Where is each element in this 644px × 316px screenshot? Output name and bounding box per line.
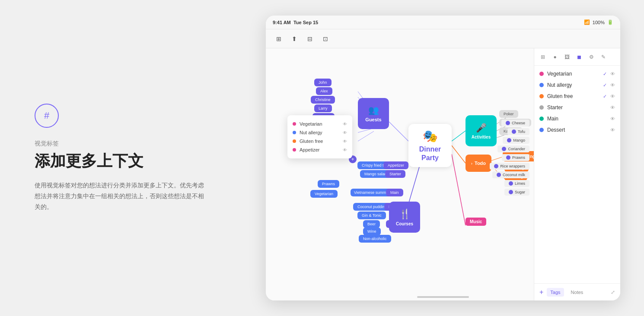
layout-button[interactable]: ⊟	[304, 33, 316, 45]
category-main: Main	[386, 189, 403, 196]
tags-tool-2[interactable]: ●	[550, 52, 560, 62]
activity-poker: Poker	[499, 110, 518, 118]
item-coconut-milk: Coconut milk	[492, 171, 529, 178]
share-button[interactable]: ⬆	[288, 33, 300, 45]
tags-tab[interactable]: Tags	[547, 288, 564, 297]
tags-tool-1[interactable]: ⊞	[538, 52, 548, 62]
tags-panel: ⊞ ● 🖼 ◼ ⚙ ✎ Vegetarian ✓ 👁	[534, 48, 620, 300]
item-tofu: Tofu	[507, 128, 529, 135]
todo-label: › Todo	[471, 161, 486, 166]
ipad-statusbar: 9:41 AM Tue Sep 15 📶 100% 🔋	[266, 16, 620, 29]
status-time: 9:41 AM Tue Sep 15	[273, 20, 318, 25]
svg-line-4	[452, 154, 465, 225]
category-starter: Starter	[385, 170, 405, 178]
guest-john: John	[314, 79, 332, 86]
item-mango: Mango	[503, 137, 529, 144]
ipad-canvas: 🎭 DinnerParty 👥 Guests John Alex Christi…	[266, 48, 620, 300]
tag-popup-appetizer: Appetizer 👁	[293, 145, 347, 154]
tags-tool-5[interactable]: ⚙	[586, 52, 596, 62]
page-container: # 视觉标签 添加更多上下文 使用视觉标签对您的想法进行分类并添加更多上下文。优…	[0, 0, 644, 316]
courses-card[interactable]: 🍴 Courses	[389, 202, 420, 233]
battery-label: 100%	[593, 20, 605, 25]
item-cheese: Cheese	[501, 120, 529, 126]
guests-emoji: 👥	[368, 105, 379, 115]
courses-emoji: 🍴	[399, 209, 411, 220]
activities-label: Activities	[472, 135, 491, 139]
category-appetizer: Appetizer	[383, 161, 408, 169]
dinner-party-card: 🎭 DinnerParty	[408, 124, 452, 167]
course-non-alcoholic: Non-alcoholic	[359, 235, 391, 243]
section-label: 视觉标签	[35, 140, 207, 148]
home-indicator	[417, 296, 469, 298]
guests-card[interactable]: 👥 Guests	[358, 98, 389, 129]
tag-dessert[interactable]: Dessert 👁	[534, 124, 620, 136]
item-rice-wrappers: Rice wrappers	[490, 163, 529, 170]
tag-popup-gluten: Gluten free 👁	[293, 137, 347, 145]
guests-label: Guests	[365, 117, 381, 122]
svg-line-2	[452, 145, 465, 163]
activities-card[interactable]: 🎤 Activities	[465, 115, 497, 146]
tag-nut-allergy[interactable]: Nut allergy ✓ 👁	[534, 79, 620, 91]
expand-icon[interactable]: ⤢	[611, 289, 615, 295]
tag-gluten-free[interactable]: Gluten free ✓ 👁	[534, 91, 620, 102]
tags-footer: + Tags Notes ⤢	[534, 283, 620, 300]
ipad-device: 9:41 AM Tue Sep 15 📶 100% 🔋 ⊞ ⬆ ⊟ ⊡	[266, 16, 620, 300]
wifi-icon: 📶	[584, 19, 590, 25]
todo-card[interactable]: › Todo	[465, 155, 491, 172]
tag-main[interactable]: Main 👁	[534, 113, 620, 124]
tags-tool-3[interactable]: 🖼	[562, 52, 572, 62]
tag-vegetarian[interactable]: Vegetarian ✓ 👁	[534, 68, 620, 79]
ipad-toolbar: ⊞ ⬆ ⊟ ⊡	[266, 29, 620, 48]
courses-label: Courses	[396, 221, 413, 226]
course-prawns: Prawns	[318, 180, 339, 188]
course-wine: Wine	[363, 228, 381, 235]
tag-popup: Vegetarian 👁 Nut allergy 👁 Gluten free 👁	[287, 115, 352, 158]
course-beer: Beer	[363, 220, 380, 228]
description-text: 使用视觉标签对您的想法进行分类并添加更多上下文。优先考虑想法并将注意力集中在一组…	[35, 180, 207, 213]
svg-line-1	[452, 131, 465, 141]
music-label: Music	[465, 218, 486, 226]
tags-list: Vegetarian ✓ 👁 Nut allergy ✓ 👁 G	[534, 66, 620, 283]
course-gin-tonic: Gin & Tonic	[357, 212, 386, 219]
hash-icon: #	[35, 104, 59, 128]
notes-tab[interactable]: Notes	[567, 288, 587, 297]
tag-popup-nut: Nut allergy 👁	[293, 128, 347, 137]
svg-line-11	[358, 131, 374, 141]
left-panel: # 视觉标签 添加更多上下文 使用视觉标签对您的想法进行分类并添加更多上下文。优…	[0, 78, 242, 238]
battery-icon: 🔋	[607, 19, 613, 25]
dinner-party-title: DinnerParty	[419, 145, 441, 161]
status-right: 📶 100% 🔋	[584, 19, 613, 25]
guest-christine: Christine	[311, 96, 335, 104]
tags-tool-6[interactable]: ✎	[598, 52, 609, 62]
tags-toolbar: ⊞ ● 🖼 ◼ ⚙ ✎	[534, 48, 620, 66]
tags-tool-4[interactable]: ◼	[574, 52, 584, 62]
item-sugar: Sugar	[504, 189, 529, 196]
item-coriander: Coriander	[497, 145, 529, 152]
guest-larry: Larry	[314, 104, 332, 112]
activities-emoji: 🎤	[476, 123, 487, 133]
guest-alex: Alex	[316, 87, 332, 95]
dinner-party-emoji: 🎭	[423, 129, 438, 143]
vegetarian-node: Vegetarian	[310, 190, 338, 198]
svg-line-0	[389, 122, 408, 141]
tag-popup-vegetarian: Vegetarian 👁	[293, 120, 347, 128]
add-tag-button[interactable]: +	[539, 288, 543, 296]
ipad-frame: 9:41 AM Tue Sep 15 📶 100% 🔋 ⊞ ⬆ ⊟ ⊡	[242, 7, 644, 309]
main-title: 添加更多上下文	[35, 151, 207, 171]
tag-starter[interactable]: Starter 👁	[534, 102, 620, 113]
item-limes: Limes	[504, 180, 529, 187]
sidebar-button[interactable]: ⊡	[319, 33, 332, 45]
item-prawns: Prawns	[502, 154, 529, 161]
grid-button[interactable]: ⊞	[273, 33, 285, 45]
